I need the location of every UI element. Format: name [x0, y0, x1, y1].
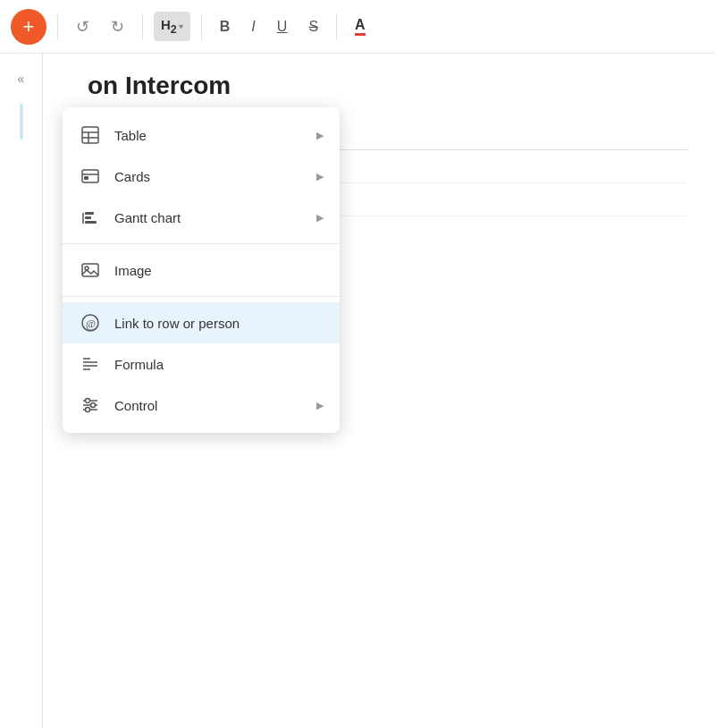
undo-icon: ↺: [76, 17, 89, 37]
page-title: on Intercom: [70, 72, 688, 100]
svg-rect-0: [82, 127, 98, 143]
redo-icon: ↻: [111, 17, 124, 37]
menu-item-formula[interactable]: Formula: [63, 343, 340, 385]
control-icon: [79, 394, 102, 417]
undo-button[interactable]: ↺: [69, 12, 97, 42]
plus-icon: +: [23, 15, 35, 38]
toolbar-divider-1: [57, 13, 58, 40]
menu-divider-2: [63, 296, 340, 297]
sidebar-accent-bar: [20, 104, 23, 140]
bold-button[interactable]: B: [213, 13, 238, 40]
menu-item-table[interactable]: Table ▶: [63, 114, 340, 156]
menu-item-image-label: Image: [114, 263, 324, 278]
underline-icon: U: [277, 19, 288, 35]
svg-rect-10: [85, 221, 97, 224]
font-color-icon: A: [355, 17, 366, 36]
menu-item-table-arrow: ▶: [316, 130, 324, 141]
menu-item-control-arrow: ▶: [316, 400, 324, 411]
menu-item-image[interactable]: Image: [63, 250, 340, 291]
menu-item-link-label: Link to row or person: [114, 316, 324, 331]
svg-rect-4: [82, 170, 98, 182]
heading-chevron-icon: ▾: [179, 21, 183, 31]
svg-point-22: [86, 399, 90, 403]
toolbar: + ↺ ↻ H2 ▾ B I U S A: [0, 0, 715, 54]
redo-button[interactable]: ↻: [104, 12, 131, 42]
dropdown-menu: Table ▶ Cards ▶: [63, 107, 340, 433]
menu-item-formula-label: Formula: [114, 357, 324, 372]
svg-rect-8: [85, 212, 94, 215]
gantt-icon: [79, 206, 102, 229]
svg-rect-9: [85, 216, 91, 219]
svg-rect-11: [82, 264, 98, 276]
menu-item-table-label: Table: [114, 128, 304, 143]
menu-item-control-label: Control: [114, 398, 304, 413]
image-icon: [79, 258, 102, 282]
strikethrough-button[interactable]: S: [301, 13, 325, 40]
menu-item-cards-label: Cards: [114, 169, 304, 184]
menu-item-cards[interactable]: Cards ▶: [63, 156, 340, 197]
add-button[interactable]: +: [11, 9, 46, 45]
formula-icon: [79, 352, 102, 376]
cards-icon: [79, 165, 102, 188]
menu-item-gantt-arrow: ▶: [316, 212, 324, 224]
toolbar-divider-4: [336, 13, 337, 40]
italic-icon: I: [251, 19, 255, 35]
toolbar-divider-2: [142, 13, 143, 40]
heading-selector-button[interactable]: H2 ▾: [154, 12, 190, 41]
heading-label: H2: [161, 17, 177, 36]
underline-button[interactable]: U: [270, 13, 295, 40]
table-icon: [79, 123, 102, 147]
menu-item-gantt[interactable]: Gantt chart ▶: [63, 197, 340, 238]
font-color-button[interactable]: A: [348, 12, 373, 41]
italic-button[interactable]: I: [244, 13, 262, 40]
menu-item-control[interactable]: Control ▶: [63, 385, 340, 426]
content-area: « on Intercom rst name eff eAndrea 2 Cou…: [0, 54, 715, 728]
collapse-sidebar-button[interactable]: «: [18, 72, 25, 86]
left-sidebar: «: [0, 54, 43, 728]
toolbar-divider-3: [201, 13, 202, 40]
link-icon: @: [79, 311, 102, 334]
heading-subscript: 2: [171, 23, 177, 36]
svg-rect-6: [84, 176, 88, 180]
menu-item-cards-arrow: ▶: [316, 171, 324, 182]
menu-item-gantt-label: Gantt chart: [114, 210, 304, 225]
bold-icon: B: [220, 19, 231, 35]
menu-item-link[interactable]: @ Link to row or person: [63, 302, 340, 343]
menu-divider-1: [63, 243, 340, 244]
svg-point-24: [86, 408, 90, 412]
svg-text:@: @: [86, 317, 96, 330]
strikethrough-icon: S: [308, 19, 318, 35]
svg-point-23: [91, 403, 96, 408]
